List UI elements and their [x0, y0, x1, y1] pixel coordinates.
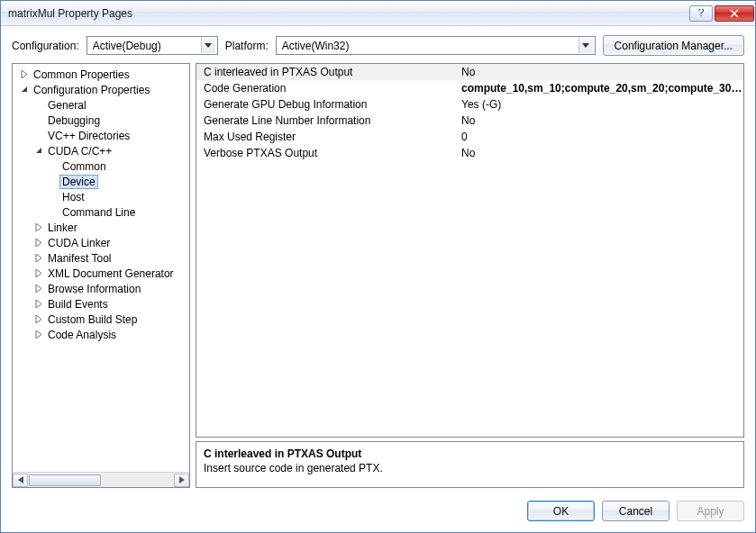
property-name: Generate Line Number Information [196, 114, 458, 127]
property-grid[interactable]: C interleaved in PTXAS OutputNoCode Gene… [196, 63, 744, 438]
tree-node-debugging[interactable]: Debugging [14, 113, 189, 128]
tree-label: CUDA Linker [45, 237, 113, 249]
cancel-button[interactable]: Cancel [602, 501, 669, 521]
tree-label: CUDA C/C++ [45, 145, 114, 158]
window-title: matrixMul Property Pages [8, 7, 688, 20]
property-row[interactable]: Generate GPU Debug InformationYes (-G) [196, 96, 743, 113]
chevron-down-icon [578, 38, 593, 53]
tree-label: Custom Build Step [45, 313, 140, 326]
tree-node-cuda-cc[interactable]: CUDA C/C++ [14, 143, 189, 158]
scroll-thumb[interactable] [29, 474, 101, 486]
tree-label: Command Line [59, 206, 138, 219]
configuration-bar: Configuration: Active(Debug) Platform: A… [1, 26, 755, 63]
tree-node-configuration-properties[interactable]: Configuration Properties [14, 82, 189, 97]
tree-label: Configuration Properties [31, 84, 152, 96]
tree-label: XML Document Generator [45, 267, 177, 280]
description-title: C interleaved in PTXAS Output [204, 447, 736, 460]
scroll-track[interactable] [28, 474, 174, 487]
property-value[interactable]: No [458, 66, 743, 78]
property-pages-dialog: matrixMul Property Pages ? Configuration… [0, 0, 756, 533]
title-bar: matrixMul Property Pages ? [1, 1, 755, 26]
tree-node-linker[interactable]: Linker [14, 220, 189, 235]
svg-text:?: ? [698, 9, 705, 18]
property-name: Generate GPU Debug Information [196, 98, 458, 111]
description-text: Insert source code in generated PTX. [204, 462, 736, 474]
expand-collapsed-icon[interactable] [32, 298, 45, 311]
tree-label: Browse Information [45, 283, 143, 295]
tree-label: Build Events [45, 298, 111, 311]
property-row[interactable]: Max Used Register0 [196, 129, 743, 145]
tree-node-custom-build-step[interactable]: Custom Build Step [14, 312, 189, 327]
tree-label: Code Analysis [45, 329, 119, 341]
window-buttons: ? [688, 5, 755, 22]
property-value[interactable]: compute_10,sm_10;compute_20,sm_20;comput… [458, 82, 743, 95]
expand-collapsed-icon[interactable] [32, 267, 45, 280]
property-row[interactable]: Generate Line Number InformationNo [196, 113, 743, 129]
tree-node-cuda-command-line[interactable]: Command Line [14, 204, 189, 220]
tree-horizontal-scrollbar[interactable] [13, 472, 189, 487]
property-value[interactable]: Yes (-G) [458, 98, 743, 111]
help-button[interactable]: ? [689, 5, 713, 22]
property-name: Max Used Register [196, 131, 458, 143]
configuration-combo-value: Active(Debug) [93, 40, 201, 52]
tree-node-build-events[interactable]: Build Events [14, 296, 189, 312]
dialog-footer: OK Cancel Apply [1, 495, 755, 532]
property-row[interactable]: C interleaved in PTXAS OutputNo [196, 64, 743, 80]
tree-node-common-properties[interactable]: Common Properties [14, 67, 189, 82]
property-panel: C interleaved in PTXAS OutputNoCode Gene… [196, 63, 744, 488]
scroll-right-button[interactable] [174, 474, 189, 487]
tree-label: General [45, 99, 89, 112]
expand-collapsed-icon[interactable] [32, 313, 45, 326]
platform-label: Platform: [225, 40, 269, 52]
navigation-tree-panel: Common Properties Configuration Properti… [12, 63, 190, 488]
ok-button[interactable]: OK [527, 501, 595, 521]
tree-node-code-analysis[interactable]: Code Analysis [14, 327, 189, 342]
expand-collapsed-icon[interactable] [32, 221, 45, 234]
platform-combo-value: Active(Win32) [282, 40, 578, 52]
navigation-tree[interactable]: Common Properties Configuration Properti… [13, 64, 189, 472]
property-name: Code Generation [196, 82, 458, 95]
expand-collapsed-icon[interactable] [32, 283, 45, 295]
tree-label: Linker [45, 221, 80, 234]
tree-node-cuda-common[interactable]: Common [14, 158, 189, 174]
expand-collapsed-icon[interactable] [18, 68, 31, 81]
property-value[interactable]: No [458, 114, 743, 127]
tree-node-xml-doc-generator[interactable]: XML Document Generator [14, 266, 189, 281]
tree-node-cuda-device[interactable]: Device [14, 174, 189, 189]
configuration-combo[interactable]: Active(Debug) [87, 36, 218, 55]
tree-node-vcpp-directories[interactable]: VC++ Directories [14, 128, 189, 143]
tree-label-selected: Device [59, 175, 98, 189]
configuration-manager-button[interactable]: Configuration Manager... [603, 35, 744, 56]
property-value[interactable]: 0 [458, 131, 743, 143]
dialog-body: Common Properties Configuration Properti… [1, 63, 755, 495]
expand-expanded-icon[interactable] [32, 145, 45, 158]
expand-collapsed-icon[interactable] [32, 252, 45, 265]
property-name: Verbose PTXAS Output [196, 147, 458, 159]
tree-node-cuda-linker[interactable]: CUDA Linker [14, 235, 189, 250]
tree-node-manifest-tool[interactable]: Manifest Tool [14, 250, 189, 266]
platform-combo[interactable]: Active(Win32) [276, 36, 596, 55]
tree-label: Manifest Tool [45, 252, 114, 265]
tree-label: VC++ Directories [45, 130, 132, 142]
configuration-label: Configuration: [12, 40, 79, 52]
tree-label: Common [59, 160, 109, 173]
expand-collapsed-icon[interactable] [32, 329, 45, 341]
tree-label: Host [59, 191, 87, 203]
scroll-left-button[interactable] [13, 474, 28, 487]
property-value[interactable]: No [458, 147, 743, 159]
description-box: C interleaved in PTXAS Output Insert sou… [196, 441, 744, 488]
property-row[interactable]: Verbose PTXAS OutputNo [196, 145, 743, 161]
chevron-down-icon [201, 38, 215, 53]
property-row[interactable]: Code Generationcompute_10,sm_10;compute_… [196, 80, 743, 96]
apply-button[interactable]: Apply [677, 501, 744, 521]
tree-label: Debugging [45, 114, 103, 127]
property-name: C interleaved in PTXAS Output [196, 66, 458, 78]
expand-collapsed-icon[interactable] [32, 237, 45, 249]
tree-node-cuda-host[interactable]: Host [14, 189, 189, 204]
tree-node-browse-information[interactable]: Browse Information [14, 281, 189, 296]
close-button[interactable] [715, 5, 754, 22]
expand-expanded-icon[interactable] [18, 84, 31, 96]
tree-label: Common Properties [31, 68, 132, 81]
tree-node-general[interactable]: General [14, 97, 189, 113]
